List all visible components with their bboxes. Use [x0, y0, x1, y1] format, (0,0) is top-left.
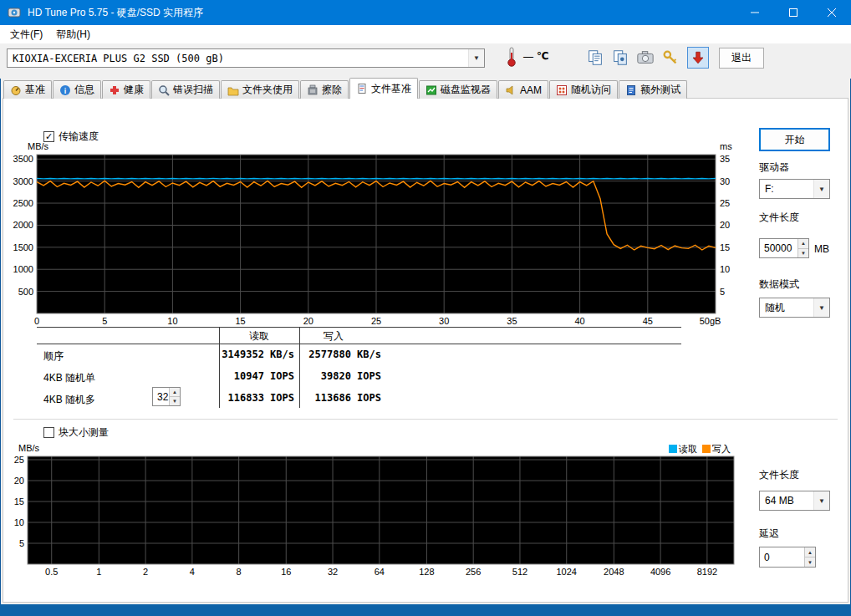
menu-help[interactable]: 帮助(H) [49, 25, 97, 44]
delay-label: 延迟 [759, 527, 779, 541]
stepper-down-icon[interactable]: ▼ [170, 397, 180, 405]
copy-text-icon [586, 48, 604, 67]
section-divider [13, 419, 838, 420]
close-button[interactable] [813, 0, 851, 25]
svg-text:500: 500 [18, 287, 33, 297]
temperature-value: — [523, 51, 533, 63]
block-file-length-combobox[interactable]: 64 MB ▼ [759, 491, 830, 511]
maximize-button[interactable] [774, 0, 813, 25]
row-label-4kb-single: 4KB 随机单 [43, 371, 95, 385]
red-arrow-down-icon [690, 50, 706, 65]
svg-text:2: 2 [143, 567, 148, 577]
tab-label: 文件基准 [371, 82, 411, 96]
delay-stepper[interactable]: 0 ▲▼ [759, 547, 816, 568]
screenshot-button[interactable] [635, 48, 655, 68]
tab-folder-usage[interactable]: 文件夹使用 [221, 80, 299, 99]
stepper-up-icon[interactable]: ▲ [170, 388, 180, 397]
tab-info[interactable]: i 信息 [53, 80, 101, 99]
svg-text:3000: 3000 [13, 176, 33, 186]
copy-image-button[interactable] [610, 48, 630, 68]
svg-text:ms: ms [720, 141, 732, 151]
menu-bar: 文件(F) 帮助(H) [0, 25, 851, 43]
copy-results-button[interactable] [585, 48, 605, 68]
drive-select[interactable]: KIOXIA-EXCERIA PLUS G2 SSD (500 gB) ▼ [7, 48, 485, 68]
tab-extra-tests[interactable]: 额外测试 [619, 80, 687, 99]
svg-text:1500: 1500 [13, 242, 33, 252]
svg-text:128: 128 [419, 567, 434, 577]
row-label-4kb-multi: 4KB 随机多 [43, 393, 95, 407]
tab-error-scan[interactable]: 错误扫描 [151, 80, 220, 99]
tab-aam[interactable]: AAM [498, 80, 548, 99]
value-sequential-write: 2577880 KB/s [301, 349, 381, 360]
svg-text:4: 4 [190, 567, 195, 577]
extra-tests-icon [625, 84, 637, 96]
tab-erase[interactable]: 擦除 [300, 80, 349, 99]
svg-text:30: 30 [720, 176, 730, 186]
menu-file[interactable]: 文件(F) [3, 25, 49, 44]
svg-text:10: 10 [14, 517, 24, 527]
tab-random-access[interactable]: 随机访问 [549, 80, 618, 99]
eraser-icon [307, 84, 318, 96]
svg-text:64: 64 [375, 567, 385, 577]
svg-text:15: 15 [14, 496, 24, 507]
queue-depth-value: 32 [153, 388, 169, 405]
stepper-down-icon[interactable]: ▼ [798, 249, 808, 258]
magnifier-icon [158, 84, 170, 96]
svg-text:30: 30 [439, 316, 449, 326]
exit-button-label: 退出 [731, 51, 752, 65]
stepper-down-icon[interactable]: ▼ [805, 557, 815, 567]
table-line-top [37, 327, 681, 328]
data-mode-combobox[interactable]: 随机 ▼ [759, 298, 830, 318]
legend-item-read: 读取 [669, 443, 697, 456]
tab-file-benchmark[interactable]: 文件基准 [349, 78, 418, 99]
thermometer-icon [502, 46, 522, 68]
app-window: HD Tune Pro 5.75 - 硬盘/SSD 实用程序 文件(F) 帮助(… [0, 0, 851, 616]
svg-text:256: 256 [466, 567, 481, 577]
stepper-up-icon[interactable]: ▲ [805, 547, 815, 557]
value-4kb-multi-read: 116833 IOPS [192, 392, 294, 404]
chevron-down-icon: ▼ [813, 298, 829, 317]
minimize-button[interactable] [736, 0, 774, 25]
tab-label: 健康 [124, 83, 144, 97]
svg-text:0.5: 0.5 [45, 567, 58, 577]
transfer-speed-chart: MB/s500100015002000250030003500ms5101520… [0, 140, 752, 328]
write-color-swatch [702, 445, 711, 453]
update-download-button[interactable] [687, 47, 709, 69]
svg-text:2000: 2000 [13, 220, 33, 230]
tab-benchmark[interactable]: 基准 [3, 80, 52, 99]
block-size-checkbox[interactable]: ✓ 块大小测量 [43, 425, 109, 440]
queue-depth-stepper[interactable]: 32 ▲▼ [152, 387, 181, 406]
svg-text:45: 45 [643, 316, 653, 326]
temperature-unit: ℃ [537, 50, 549, 62]
tab-label: 文件夹使用 [242, 83, 293, 97]
exit-button[interactable]: 退出 [719, 48, 764, 69]
file-length-unit: MB [814, 243, 829, 255]
legend-item-write: 写入 [702, 443, 731, 456]
tab-health[interactable]: 健康 [102, 80, 150, 99]
window-title: HD Tune Pro 5.75 - 硬盘/SSD 实用程序 [28, 6, 203, 20]
license-button[interactable] [660, 48, 680, 68]
stepper-up-icon[interactable]: ▲ [798, 239, 808, 249]
svg-text:50gB: 50gB [700, 316, 721, 326]
svg-text:2500: 2500 [13, 198, 33, 208]
tab-label: 信息 [74, 83, 94, 97]
chevron-down-icon: ▼ [813, 180, 829, 198]
drive-combobox[interactable]: F: ▼ [759, 179, 830, 199]
svg-text:15: 15 [720, 242, 730, 252]
tab-label: 额外测试 [640, 83, 680, 97]
keys-icon [661, 48, 680, 67]
start-button[interactable]: 开始 [759, 128, 830, 151]
svg-text:5: 5 [720, 287, 725, 297]
delay-value: 0 [760, 547, 804, 567]
tab-bar: 基准 i 信息 健康 错误扫描 文件夹使用 擦除 文件基准 磁盘监视器 [3, 79, 688, 99]
chevron-down-icon: ▼ [813, 491, 829, 510]
data-mode-value: 随机 [760, 298, 813, 317]
maximize-icon [789, 8, 797, 17]
svg-text:MB/s: MB/s [28, 141, 49, 151]
tab-label: 磁盘监视器 [441, 83, 491, 97]
chart-legend: 读取 写入 [669, 443, 731, 456]
file-length-stepper[interactable]: 50000 ▲▼ [759, 238, 809, 258]
tab-disk-monitor[interactable]: 磁盘监视器 [419, 80, 497, 99]
drive-combobox-value: F: [760, 180, 813, 198]
info-icon: i [59, 84, 71, 96]
